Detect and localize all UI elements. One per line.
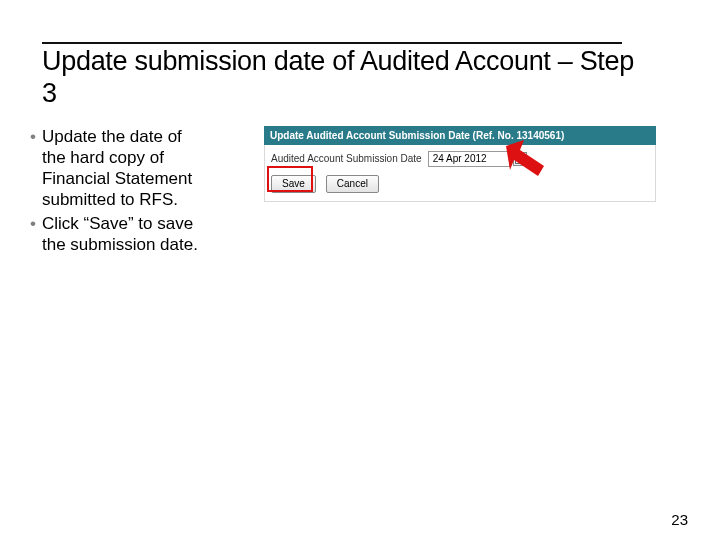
pointer-arrow-icon bbox=[504, 140, 546, 184]
list-item: • Update the date of the hard copy of Fi… bbox=[30, 126, 210, 211]
svg-marker-4 bbox=[506, 140, 544, 176]
screenshot-panel: Update Audited Account Submission Date (… bbox=[264, 126, 656, 202]
date-field-row: Audited Account Submission Date bbox=[271, 151, 649, 167]
slide-title: Update submission date of Audited Accoun… bbox=[42, 46, 642, 110]
bullet-dot-icon: • bbox=[30, 213, 36, 256]
panel-header: Update Audited Account Submission Date (… bbox=[264, 126, 656, 145]
bullet-text: Click “Save” to save the submission date… bbox=[42, 213, 210, 256]
page-number: 23 bbox=[671, 511, 688, 528]
save-button[interactable]: Save bbox=[271, 175, 316, 193]
bullet-list: • Update the date of the hard copy of Fi… bbox=[0, 126, 210, 258]
title-rule bbox=[42, 42, 622, 44]
bullet-text: Update the date of the hard copy of Fina… bbox=[42, 126, 210, 211]
bullet-dot-icon: • bbox=[30, 126, 36, 211]
cancel-button[interactable]: Cancel bbox=[326, 175, 379, 193]
panel-body: Audited Account Submission Date Save Can… bbox=[264, 145, 656, 202]
submission-date-input[interactable] bbox=[428, 151, 510, 167]
list-item: • Click “Save” to save the submission da… bbox=[30, 213, 210, 256]
field-label: Audited Account Submission Date bbox=[271, 153, 422, 164]
